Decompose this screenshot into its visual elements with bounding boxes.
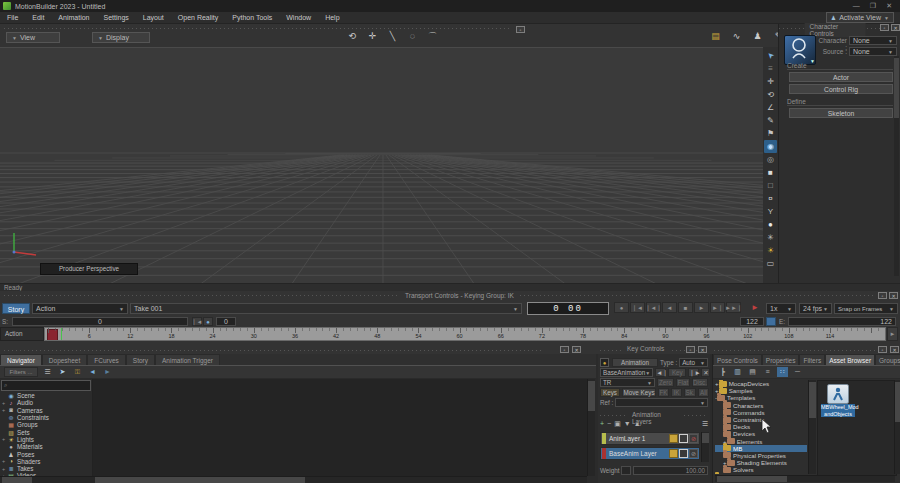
activate-view-button[interactable]: ♟ Activate View ▼ [826, 12, 894, 23]
merge-layer-icon[interactable]: ▼ [624, 420, 631, 428]
tab-dopesheet[interactable]: Dopesheet [42, 354, 87, 365]
panel-float-button[interactable]: ▫ [880, 24, 889, 31]
layer-mute-icon[interactable]: ⊘ [689, 449, 698, 458]
asset-folder-templates[interactable]: -Templates [715, 394, 807, 401]
tab-pose-controls[interactable]: Pose Controls [713, 354, 762, 365]
take-dropdown[interactable]: Take 001▼ [130, 303, 522, 314]
tab-animation-trigger[interactable]: Animation Trigger [155, 354, 220, 365]
fcurve-icon[interactable]: ∿ [729, 30, 744, 43]
single-view-icon[interactable]: ▤ [747, 367, 758, 377]
global-axis-icon[interactable]: ◉ [764, 140, 777, 153]
asset-item[interactable]: MBWheel_Mod andObjects [821, 384, 855, 417]
timeline-cursor-icon[interactable]: ► [751, 303, 759, 312]
scale-icon[interactable]: ∠ [764, 101, 777, 114]
actor-button[interactable]: Actor [789, 72, 893, 82]
character-icon[interactable]: ♟ [750, 30, 765, 43]
asset-browser-content[interactable]: MBWheel_Mod andObjects [817, 380, 897, 476]
asset-folder-elements[interactable]: +Elements [715, 438, 807, 445]
navigator-item-materials[interactable]: ●Materials [0, 443, 92, 450]
tab-groups[interactable]: Groups [875, 354, 900, 365]
keys-toggle[interactable]: Keys [600, 388, 620, 397]
timeline-scroll-right[interactable]: ► [887, 327, 898, 341]
skeleton-button[interactable]: Skeleton [789, 108, 893, 118]
transport-float-button[interactable]: ▫ [878, 292, 887, 299]
lock-icon[interactable]: ⚿ [72, 367, 83, 377]
play-button[interactable]: ► [694, 302, 709, 313]
snowflake-icon[interactable]: ✳ [764, 231, 777, 244]
layer-visibility-icon[interactable] [679, 434, 688, 443]
cube-solid-icon[interactable]: ■ [764, 166, 777, 179]
menu-python-tools[interactable]: Python Tools [225, 14, 279, 21]
character-controls-header[interactable]: Character Controls ▫ ✕ [779, 24, 900, 33]
folder-tree-icon[interactable]: ┣ [717, 367, 728, 377]
menu-file[interactable]: File [0, 14, 25, 21]
rotate-icon[interactable]: ⟲ [764, 88, 777, 101]
magnifier-icon[interactable]: ◌ [405, 30, 420, 43]
key-type-dropdown[interactable]: Auto▼ [679, 358, 708, 367]
asset-folder-solvers[interactable]: Solvers [715, 466, 807, 473]
animation-layer-row[interactable]: BaseAnim Layer⊘ [600, 447, 700, 460]
navigator-float-button[interactable]: ▫ [560, 346, 569, 353]
speed-dropdown[interactable]: 1x▼ [766, 303, 796, 314]
step-backward-button[interactable]: ◄ [662, 302, 677, 313]
asset-folder-mocapdevices[interactable]: +MocapDevices [715, 380, 807, 387]
list-view-icon[interactable]: ≡ [762, 367, 773, 377]
timeline-ruler[interactable]: 6121824303642485460667278849096102108114 [44, 327, 886, 341]
display-dropdown[interactable]: ▼Display [92, 32, 150, 43]
zero-button[interactable]: Zero [657, 378, 674, 387]
record-button[interactable]: ● [614, 302, 629, 313]
asset-folder-commands[interactable]: Commands [715, 409, 807, 416]
tab-properties[interactable]: Properties [762, 354, 800, 365]
navigator-item-sets[interactable]: ▨Sets [0, 428, 92, 435]
character-select[interactable]: None▼ [849, 36, 897, 45]
navigator-content[interactable] [93, 379, 587, 476]
set-key-button[interactable]: Key [668, 368, 686, 377]
layer-up-icon[interactable]: ▲ [634, 420, 641, 428]
keying-indicator-icon[interactable]: ● [600, 358, 609, 367]
menu-layout[interactable]: Layout [136, 14, 171, 21]
navigator-vscrollbar[interactable] [587, 379, 595, 476]
key-group-dropdown[interactable]: TR▼ [600, 378, 655, 387]
start-frame-field[interactable]: 0 [12, 317, 188, 326]
navigator-item-audio[interactable]: +♪Audio [0, 399, 92, 406]
pan-icon[interactable]: ✛ [365, 30, 380, 43]
close-button[interactable]: ✕ [886, 2, 892, 10]
maximize-button[interactable]: ❐ [870, 2, 876, 10]
tab-story[interactable]: Story [126, 354, 155, 365]
resources-close-button[interactable]: ✕ [890, 346, 899, 353]
zoom-line-icon[interactable]: ╲ [385, 30, 400, 43]
menu-settings[interactable]: Settings [96, 14, 135, 21]
discontinuity-button[interactable]: Disc. [692, 378, 708, 387]
expand-icon[interactable]: + [0, 407, 7, 413]
skeleton-filter-button[interactable]: Sk. [684, 388, 696, 397]
back-icon[interactable]: ◄ [87, 367, 98, 377]
key-controls-float-button[interactable]: ▫ [686, 346, 695, 353]
translate-icon[interactable]: ✛ [764, 75, 777, 88]
asset-folder-mb[interactable]: MB [715, 445, 807, 452]
asset-folder-constraints[interactable]: Constraints [715, 416, 807, 423]
view-dropdown[interactable]: ▼View [6, 32, 60, 43]
local-axis-icon[interactable]: ◎ [764, 153, 777, 166]
tab-navigator[interactable]: Navigator [0, 354, 42, 365]
ref-dropdown[interactable]: ▼ [615, 398, 708, 407]
layer-mute-icon[interactable]: ⊘ [689, 434, 698, 443]
pick-icon[interactable]: ➤ [57, 367, 68, 377]
all-filter-button[interactable]: All [698, 388, 709, 397]
navigator-close-button[interactable]: ✕ [572, 346, 581, 353]
asset-folder-shading-elements[interactable]: +Shading Elements [715, 459, 807, 466]
ik-button[interactable]: IK [671, 388, 682, 397]
asset-folder-samples[interactable]: +Samples [715, 387, 807, 394]
menu-window[interactable]: Window [279, 14, 318, 21]
duplicate-layer-icon[interactable]: ▣ [614, 420, 621, 428]
flat-button[interactable]: Flat [676, 378, 690, 387]
arc-icon[interactable]: ⌒ [425, 30, 440, 43]
animation-layers-header[interactable]: Animation Layers [600, 412, 708, 419]
control-rig-button[interactable]: Control Rig [789, 84, 893, 94]
navigator-hscrollbar[interactable] [93, 476, 587, 483]
panel-close-button[interactable]: ✕ [891, 24, 900, 31]
marquee-icon[interactable]: ▭ [764, 257, 777, 270]
resources-float-button[interactable]: ▫ [878, 346, 887, 353]
asset-folder-decks[interactable]: Decks [715, 423, 807, 430]
layer-lock-icon[interactable] [669, 434, 678, 443]
minimize-button[interactable]: — [853, 2, 860, 10]
